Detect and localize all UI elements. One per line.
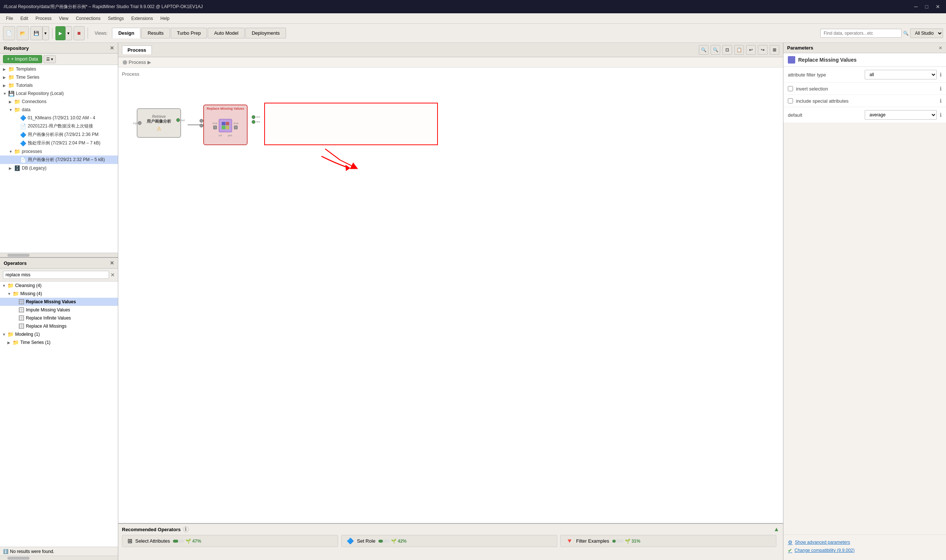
rec-ops-collapse-button[interactable]: ▲ [773,526,780,533]
menu-settings[interactable]: Settings [105,15,127,22]
tree-item-connections[interactable]: ▶ 📁 Connections [0,97,118,106]
zoom-in-button[interactable]: 🔍 [699,45,709,55]
arrow-icon: ▶ [9,100,14,104]
tree-item-kmeans[interactable]: ▶ 🔷 01_KMeans (7/29/21 10:02 AM - 4 [0,114,118,122]
tree-item-user-portrait[interactable]: ▶ 🔷 用户画像分析示例 (7/29/21 2:36 PM [0,131,118,139]
operators-close-button[interactable]: ✕ [110,260,114,266]
pct-bar-fill-1 [173,540,178,543]
op-group-missing[interactable]: ▼ 📁 Missing (4) [0,289,118,298]
params-info-default[interactable]: ℹ [940,112,941,118]
params-label-invert-selection: invert selection [796,86,937,92]
params-checkbox-special-attrs[interactable] [788,98,793,103]
op-item-replace-missing[interactable]: ▶ Replace Missing Values [0,298,118,306]
menu-connections[interactable]: Connections [73,15,103,22]
plus-icon: + [7,57,9,62]
op-group-cleansing[interactable]: ▼ 📁 Cleansing (4) [0,282,118,289]
change-compatibility-link[interactable]: ✔ Change compatibility (9.9.002) [788,548,941,553]
menu-file[interactable]: File [3,15,16,22]
advanced-params-icon: ⚙ [788,539,793,545]
fit-button[interactable]: ⊡ [723,45,732,55]
layout-button[interactable]: ⊞ [770,45,780,55]
repository-close-button[interactable]: ✕ [110,45,114,51]
tree-item-tutorials[interactable]: ▶ 📁 Tutorials [0,81,118,89]
op-group-modeling[interactable]: ▼ 📁 Modeling (1) [0,330,118,338]
maximize-button[interactable]: □ [923,3,931,10]
tree-item-20201221[interactable]: ▶ 📄 20201221-用户数据没有上次链接 [0,122,118,131]
tree-item-db[interactable]: ▶ 🗄️ DB (Legacy) [0,164,118,172]
open-button[interactable]: 📂 [17,26,29,40]
redo-button[interactable]: ↪ [758,45,767,55]
parameters-close-button[interactable]: ✕ [938,45,942,51]
menu-view[interactable]: View [56,15,71,22]
search-scope-select[interactable]: All Studio [910,28,943,38]
rec-op-filter-examples[interactable]: 🔻 Filter Examples 🌱 31% [560,535,777,547]
params-label-special-attrs: include special attributes [796,98,937,104]
export-button[interactable]: 📋 [734,45,744,55]
stop-button[interactable]: ⏹ [74,26,85,40]
undo-button[interactable]: ↩ [746,45,756,55]
view-turbo-prep[interactable]: Turbo Prep [171,28,207,38]
params-checkbox-invert-selection[interactable] [788,86,793,91]
menu-help[interactable]: Help [157,15,173,22]
port-out [176,118,180,122]
view-design[interactable]: Design [112,28,140,38]
save-dropdown-button[interactable]: ▾ [43,26,49,40]
op-label: Impute Missing Values [26,307,70,312]
port-res-2 [252,120,255,124]
retrieve-node[interactable]: inp Retrieve 用户画像分析 ⚠ out [137,108,181,138]
operators-search-clear-button[interactable]: ✕ [111,272,115,278]
params-info-special-attrs[interactable]: ℹ [940,98,941,104]
show-advanced-params-link[interactable]: ⚙ Show advanced parameters [788,539,941,545]
params-info-filter-type[interactable]: ℹ [940,72,941,78]
close-button[interactable]: ✕ [934,3,942,10]
tree-label: processes [22,149,42,154]
process-tab[interactable]: Process [122,45,152,54]
ops-hscroll-thumb[interactable] [8,557,29,560]
op-item-replace-all-missings[interactable]: ▶ Replace All Missings [0,322,118,330]
replace-missing-node[interactable]: Replace Missing Values exa [203,105,248,145]
new-button[interactable]: 📄 [3,26,15,40]
tree-item-data[interactable]: ▼ 📁 data [0,106,118,114]
view-results[interactable]: Results [141,28,169,38]
tree-item-time-series[interactable]: ▶ 📁 Time Series [0,73,118,81]
selection-box [264,103,438,145]
op-item-replace-infinite[interactable]: ▶ Replace Infinite Values [0,314,118,322]
operators-hscrollbar[interactable] [0,555,118,560]
menu-edit[interactable]: Edit [17,15,31,22]
view-deployments[interactable]: Deployments [245,28,286,38]
view-auto-model[interactable]: Auto Model [208,28,245,38]
op-item-impute-missing[interactable]: ▶ Impute Missing Values [0,306,118,314]
rec-op-set-role[interactable]: 🔷 Set Role 🌱 42% [341,535,557,547]
rec-ops-info-icon[interactable]: ℹ [183,526,189,532]
window-controls[interactable]: ─ □ ✕ [912,3,942,10]
process-canvas[interactable]: Process in [118,68,783,523]
params-info-invert-selection[interactable]: ℹ [940,86,941,92]
tree-item-processes[interactable]: ▼ 📁 processes [0,148,118,155]
show-advanced-params-label: Show advanced parameters [795,540,850,545]
run-button[interactable]: ▶ [55,26,65,40]
pct-icon-1: 🌱 [185,538,191,544]
port-ori-label: ori [219,134,222,137]
minimize-button[interactable]: ─ [912,3,920,10]
repo-menu-button[interactable]: ☰ ▾ [44,55,56,63]
zoom-out-button[interactable]: 🔍 [710,45,720,55]
search-input[interactable] [820,29,902,38]
op-group-time-series[interactable]: ▶ 📁 Time Series (1) [0,338,118,346]
save-button[interactable]: 💾 [30,26,43,40]
file-icon: 📄 [20,123,26,129]
hscroll-thumb[interactable] [8,254,29,257]
import-data-button[interactable]: + + Import Data [3,55,42,63]
menu-extensions[interactable]: Extensions [128,15,156,22]
tree-item-local-repo[interactable]: ▼ 💾 Local Repository (Local) [0,89,118,97]
operators-search-input[interactable] [3,271,109,279]
tree-item-user-analysis[interactable]: ▶ 📄 用户画像分析 (7/29/21 2:32 PM – 5 kB) [0,155,118,164]
params-dropdown-filter-type[interactable]: all single subset regular expression [865,70,937,79]
menu-process[interactable]: Process [32,15,54,22]
rec-op-select-attributes[interactable]: ⊞ Select Attributes 🌱 47% [122,535,338,547]
tree-item-preprocess[interactable]: ▶ 🔷 预处理示例 (7/29/21 2:04 PM – 7 kB) [0,139,118,148]
params-dropdown-default[interactable]: average minimum maximum zero none [865,110,937,120]
tree-item-templates[interactable]: ▶ 📁 Templates [0,65,118,73]
run-dropdown-button[interactable]: ▾ [65,26,72,40]
repo-hscrollbar[interactable] [0,253,118,257]
rec-op-bar-3: 🌱 31% [612,538,640,544]
